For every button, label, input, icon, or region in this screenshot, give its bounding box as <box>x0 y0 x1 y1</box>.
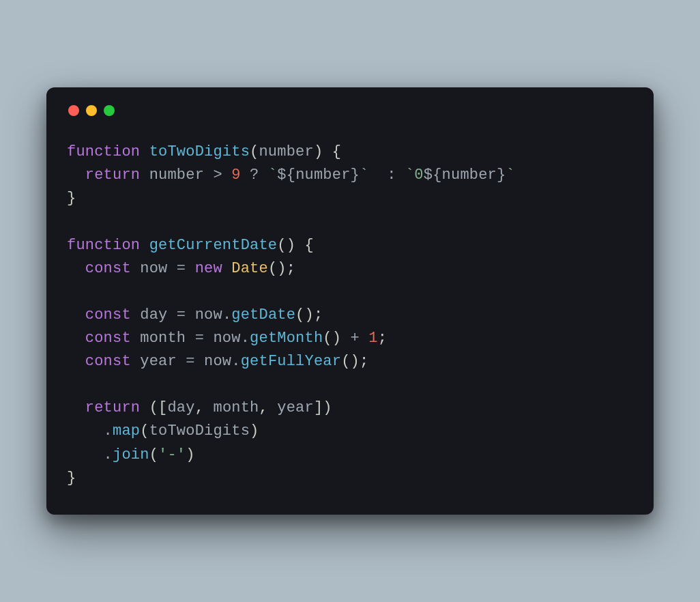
window-controls <box>68 105 633 116</box>
token-fn: getMonth <box>250 330 323 347</box>
token-str: ` <box>268 167 277 184</box>
token-op: ? <box>241 167 268 184</box>
code-line: } <box>67 467 633 490</box>
token-pn: } <box>67 190 76 207</box>
token-num: 9 <box>231 167 240 184</box>
token-op: > <box>213 167 231 184</box>
code-block: function toTwoDigits(number) { return nu… <box>67 141 633 489</box>
token-id: month <box>213 399 259 416</box>
token-id <box>67 353 85 370</box>
token-op: ${ <box>424 167 442 184</box>
close-icon[interactable] <box>68 105 79 116</box>
token-pn: ; <box>378 330 387 347</box>
token-str: ` <box>360 167 368 184</box>
token-pn: (); <box>268 260 295 277</box>
token-id <box>67 306 85 324</box>
token-id: number <box>295 167 350 184</box>
token-fn: getDate <box>231 306 295 324</box>
token-fn: join <box>113 446 149 463</box>
token-id: toTwoDigits <box>149 422 250 440</box>
code-line: const day = now.getDate(); <box>67 304 633 327</box>
token-pn: ( <box>250 143 259 160</box>
code-line: function getCurrentDate() { <box>67 234 633 257</box>
code-line <box>67 281 633 304</box>
token-id: day <box>140 306 177 324</box>
token-id <box>67 399 85 416</box>
token-str: ` <box>506 167 514 184</box>
token-kw: function <box>67 143 149 160</box>
minimize-icon[interactable] <box>86 105 97 116</box>
token-cls: Date <box>231 260 268 277</box>
code-line <box>67 373 633 397</box>
token-id: number <box>442 167 497 184</box>
token-op: = <box>186 353 204 370</box>
token-fn: toTwoDigits <box>149 143 250 160</box>
token-pn: ([ <box>149 399 168 416</box>
token-op: = <box>195 330 214 347</box>
token-id: number <box>149 167 214 184</box>
token-pn: ( <box>140 422 149 440</box>
zoom-icon[interactable] <box>104 105 115 116</box>
token-pn: ]) <box>314 399 332 416</box>
code-line: const month = now.getMonth() + 1; <box>67 327 633 350</box>
token-num: 1 <box>368 330 377 347</box>
code-line: function toTwoDigits(number) { <box>67 141 633 164</box>
code-line: .map(toTwoDigits) <box>67 420 633 443</box>
token-op: . <box>241 330 250 347</box>
token-id: month <box>140 330 194 347</box>
token-op: + <box>351 330 369 347</box>
code-line: const year = now.getFullYear(); <box>67 350 633 373</box>
code-line: } <box>67 187 633 210</box>
token-pn: () <box>323 330 350 347</box>
token-pn: ) <box>186 446 194 463</box>
token-kw: function <box>67 237 149 254</box>
code-window: function toTwoDigits(number) { return nu… <box>46 87 654 514</box>
token-id: now <box>140 260 177 277</box>
token-id <box>67 260 85 277</box>
token-op: . <box>231 353 240 370</box>
token-id: now <box>195 306 222 324</box>
code-line: return number > 9 ? `${number}` : `0${nu… <box>67 164 633 187</box>
token-pn: () { <box>277 237 314 254</box>
token-pn: ( <box>149 446 158 463</box>
token-op: } <box>497 167 506 184</box>
token-id: day <box>167 399 194 416</box>
token-fn: getCurrentDate <box>149 237 278 254</box>
token-pn: (); <box>295 306 323 324</box>
token-op: . <box>222 306 231 324</box>
token-pn: ) { <box>314 143 341 160</box>
token-fn: map <box>113 422 140 440</box>
token-kw: new <box>195 260 232 277</box>
token-id: year <box>140 353 186 370</box>
token-kw: const <box>85 353 140 370</box>
token-op: . <box>67 422 113 440</box>
token-kw: return <box>85 167 149 184</box>
token-id: number <box>259 143 313 160</box>
token-pn: , <box>195 399 214 416</box>
code-line: const now = new Date(); <box>67 257 633 281</box>
token-id: now <box>213 330 240 347</box>
token-op: ${ <box>277 167 295 184</box>
token-pn: , <box>259 399 278 416</box>
token-id <box>67 330 85 347</box>
code-line: return ([day, month, year]) <box>67 397 633 420</box>
token-id: year <box>277 399 314 416</box>
token-id <box>67 167 85 184</box>
token-op: . <box>67 446 113 463</box>
token-kw: const <box>85 306 140 324</box>
token-op: : <box>368 167 405 184</box>
token-pn: } <box>67 470 76 487</box>
token-kw: const <box>85 260 140 277</box>
token-op: = <box>177 260 195 277</box>
token-op: = <box>177 306 195 324</box>
token-str: `0 <box>405 167 424 184</box>
token-kw: const <box>85 330 140 347</box>
token-str: '-' <box>158 446 186 463</box>
token-id: now <box>204 353 231 370</box>
token-pn: (); <box>341 353 368 370</box>
token-kw: return <box>85 399 149 416</box>
token-pn: ) <box>250 422 259 440</box>
token-op: } <box>351 167 360 184</box>
code-line: .join('-') <box>67 444 633 467</box>
code-line <box>67 211 633 234</box>
